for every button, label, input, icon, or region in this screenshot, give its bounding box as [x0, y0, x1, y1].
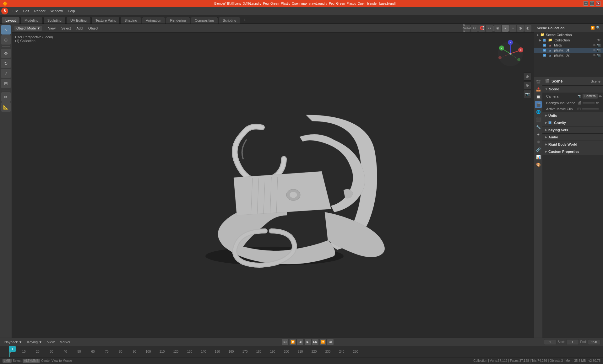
outliner-collection[interactable]: ▶ ✓ 📁 Collection 👁: [534, 37, 603, 43]
viewport-shading-button[interactable]: ●: [502, 25, 509, 32]
next-keyframe-button[interactable]: ⏩: [320, 339, 326, 345]
units-section-header[interactable]: ▶ Units: [542, 112, 603, 119]
viewport-shading-material[interactable]: ○: [509, 25, 516, 32]
material-props-button[interactable]: 🎨: [535, 161, 542, 168]
select-tool-button[interactable]: ↖: [1, 25, 11, 35]
tab-texture-paint[interactable]: Texture Paint: [91, 17, 120, 24]
outliner-plastic01[interactable]: ✓ ▲ plastic_01 👁 📷: [534, 48, 603, 53]
constraint-props-button[interactable]: 🔗: [535, 146, 542, 153]
cursor-tool-button[interactable]: ⊕: [1, 35, 11, 45]
gravity-chevron: ▶: [545, 121, 547, 124]
object-menu[interactable]: Object: [86, 26, 100, 31]
prev-keyframe-button[interactable]: ⏪: [290, 339, 296, 345]
outliner-filter-icon[interactable]: 🔽: [590, 26, 595, 30]
camera-select-button[interactable]: ✏: [599, 94, 602, 99]
start-frame-input[interactable]: [566, 339, 579, 345]
gravity-section-header[interactable]: ▶ ✓ Gravity: [542, 119, 603, 126]
menu-window[interactable]: Window: [48, 8, 65, 13]
end-frame-input[interactable]: [588, 339, 600, 345]
outliner-search-icon[interactable]: 🔍: [596, 26, 600, 30]
next-frame-button[interactable]: ▶▶: [312, 339, 318, 345]
menu-edit[interactable]: Edit: [21, 8, 32, 13]
collection-visibility[interactable]: ✓: [543, 39, 546, 42]
tab-animation[interactable]: Animation: [142, 17, 166, 24]
background-scene-edit[interactable]: ✏: [596, 101, 599, 105]
blender-logo[interactable]: B: [1, 8, 8, 14]
tab-compositing[interactable]: Compositing: [191, 17, 218, 24]
audio-section-header[interactable]: ▶ Audio: [542, 134, 603, 141]
minimize-button[interactable]: ─: [584, 1, 588, 6]
viewport-3d[interactable]: Object Mode ▼ View Select Add Object ⊕ G…: [12, 24, 534, 338]
annotate-tool-button[interactable]: ✏: [1, 92, 11, 102]
camera-view-button[interactable]: 📷: [523, 90, 531, 98]
rotate-tool-button[interactable]: ↻: [1, 59, 11, 68]
maximize-button[interactable]: □: [590, 1, 594, 6]
close-button[interactable]: ✕: [596, 1, 600, 6]
jump-end-button[interactable]: ⏭: [327, 339, 334, 345]
current-frame-input[interactable]: [544, 339, 557, 345]
measure-tool-button[interactable]: 📐: [1, 102, 11, 112]
background-scene-value[interactable]: [582, 102, 595, 104]
tab-uv-editing[interactable]: UV Editing: [66, 17, 91, 24]
viewport-shading-solid[interactable]: ◐: [524, 25, 531, 32]
playback-button[interactable]: Playback ▼: [3, 340, 24, 345]
menu-help[interactable]: Help: [65, 8, 78, 13]
viewport-overlay-button[interactable]: ◉: [494, 25, 501, 32]
snap-button[interactable]: 🧲: [478, 25, 485, 32]
menu-render[interactable]: Render: [32, 8, 48, 13]
scene-section-header[interactable]: ▼ Scene: [542, 86, 603, 93]
custom-properties-header[interactable]: ▶ Custom Properties: [542, 148, 603, 155]
data-props-button[interactable]: 📊: [535, 154, 542, 161]
scene-props-button[interactable]: 🎬: [535, 101, 542, 108]
tab-scripting[interactable]: Scripting: [219, 17, 240, 24]
gravity-checkbox[interactable]: ✓: [548, 121, 551, 124]
select-menu[interactable]: Select: [59, 26, 73, 31]
view-layer-props-button[interactable]: 🔲: [535, 94, 542, 100]
menu-file[interactable]: File: [10, 8, 21, 13]
view-button[interactable]: View: [46, 340, 56, 345]
transform-tool-button[interactable]: ⊞: [1, 79, 11, 88]
tab-modeling[interactable]: Modeling: [20, 17, 43, 24]
prev-frame-button[interactable]: ◀: [297, 339, 303, 345]
outliner-plastic02[interactable]: ✓ ▲ plastic_02 👁 📷: [534, 53, 603, 58]
add-menu[interactable]: Add: [75, 26, 85, 31]
particle-props-button[interactable]: ✦: [535, 131, 542, 138]
physics-props-button[interactable]: ⚛: [535, 139, 542, 146]
object-mode-selector[interactable]: Object Mode ▼: [14, 26, 42, 31]
viewport-shading-rendered[interactable]: ◑: [517, 25, 524, 32]
plastic02-visibility[interactable]: ✓: [543, 54, 546, 57]
keying-sets-header[interactable]: ▶ Keying Sets: [542, 126, 603, 133]
plastic01-visibility[interactable]: ✓: [543, 49, 546, 52]
timeline-bar[interactable]: 1 10 20 30 40 50 60 70 80 90 100 110 120…: [0, 346, 603, 357]
tab-layout[interactable]: Layout: [1, 17, 20, 24]
proportional-edit-button[interactable]: ⊶: [486, 25, 493, 32]
tab-shading[interactable]: Shading: [120, 17, 141, 24]
tab-sculpting[interactable]: Sculpting: [43, 17, 66, 24]
global-transform-button[interactable]: ⊕ Global ▼: [463, 25, 470, 32]
metal-visibility[interactable]: ✓: [543, 44, 546, 47]
output-props-button[interactable]: 📤: [535, 86, 542, 93]
movie-clip-value[interactable]: [582, 108, 599, 110]
tab-rendering[interactable]: Rendering: [166, 17, 190, 24]
plastic01-camera-icon: 📷: [597, 49, 600, 52]
play-button[interactable]: ▶: [305, 339, 311, 345]
move-tool-button[interactable]: ✥: [1, 49, 11, 58]
zoom-in-button[interactable]: ⊕: [523, 72, 531, 81]
keying-button[interactable]: Keying ▼: [26, 340, 44, 345]
outliner-metal[interactable]: ✓ ▲ Metal 👁 📷: [534, 43, 603, 48]
plastic01-label: plastic_01: [554, 48, 570, 52]
jump-start-button[interactable]: ⏮: [282, 339, 288, 345]
zoom-out-button[interactable]: ⊖: [523, 81, 531, 89]
scale-tool-button[interactable]: ⤢: [1, 69, 11, 78]
outliner-scene-collection[interactable]: ▶ 📁 Scene Collection: [534, 32, 603, 37]
world-props-button[interactable]: 🌐: [535, 109, 542, 115]
object-props-button[interactable]: ⬛: [535, 116, 542, 123]
modifier-props-button[interactable]: 🔧: [535, 124, 542, 131]
marker-button[interactable]: Marker: [58, 340, 72, 345]
pivot-point-button[interactable]: ⊙: [471, 25, 478, 32]
add-workspace-button[interactable]: +: [241, 16, 248, 24]
render-props-button[interactable]: 🎬: [535, 78, 542, 85]
view-menu[interactable]: View: [46, 26, 57, 31]
camera-value[interactable]: Camera: [582, 94, 598, 99]
rigid-body-world-header[interactable]: ▶ Rigid Body World: [542, 141, 603, 148]
